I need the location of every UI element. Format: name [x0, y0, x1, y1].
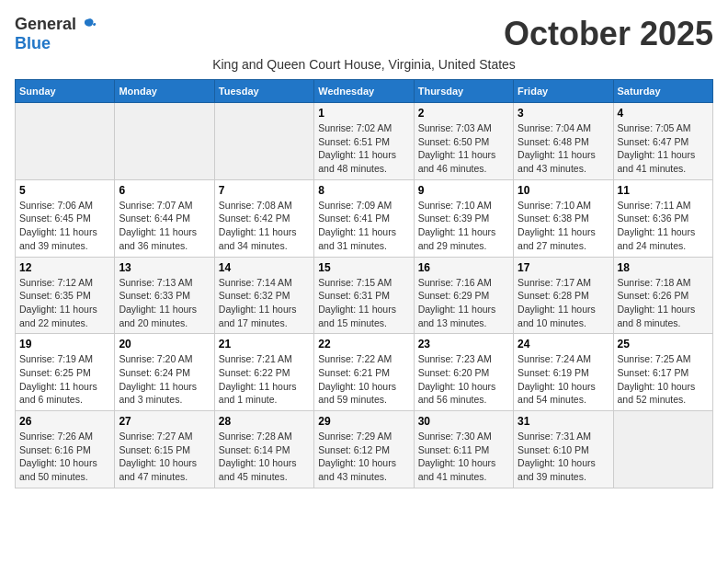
- calendar-cell: 31Sunrise: 7:31 AMSunset: 6:10 PMDayligh…: [514, 411, 613, 488]
- day-info: Sunrise: 7:18 AMSunset: 6:26 PMDaylight:…: [618, 276, 709, 330]
- day-info: Sunrise: 7:20 AMSunset: 6:24 PMDaylight:…: [119, 352, 210, 407]
- month-title: October 2025: [504, 15, 713, 53]
- day-number: 21: [219, 338, 310, 350]
- day-number: 28: [219, 415, 310, 428]
- calendar-cell: 20Sunrise: 7:20 AMSunset: 6:24 PMDayligh…: [115, 334, 214, 411]
- day-number: 30: [418, 415, 509, 428]
- calendar-week-row: 1Sunrise: 7:02 AMSunset: 6:51 PMDaylight…: [16, 103, 713, 180]
- day-number: 17: [518, 261, 609, 274]
- calendar-week-row: 19Sunrise: 7:19 AMSunset: 6:25 PMDayligh…: [16, 334, 713, 411]
- day-info: Sunrise: 7:15 AMSunset: 6:31 PMDaylight:…: [318, 276, 409, 330]
- weekday-header-friday: Friday: [514, 80, 613, 103]
- day-number: 6: [119, 184, 210, 197]
- day-info: Sunrise: 7:07 AMSunset: 6:44 PMDaylight:…: [119, 199, 210, 253]
- day-number: 1: [318, 107, 409, 120]
- calendar-cell: 4Sunrise: 7:05 AMSunset: 6:47 PMDaylight…: [613, 103, 712, 180]
- logo-bird-icon: [78, 16, 97, 34]
- logo-general-text: General: [15, 15, 76, 34]
- weekday-header-thursday: Thursday: [414, 80, 513, 103]
- day-info: Sunrise: 7:05 AMSunset: 6:47 PMDaylight:…: [618, 121, 709, 176]
- calendar-cell: 29Sunrise: 7:29 AMSunset: 6:12 PMDayligh…: [314, 411, 414, 488]
- day-info: Sunrise: 7:27 AMSunset: 6:15 PMDaylight:…: [119, 430, 210, 484]
- calendar-cell: 5Sunrise: 7:06 AMSunset: 6:45 PMDaylight…: [16, 179, 115, 257]
- day-info: Sunrise: 7:31 AMSunset: 6:10 PMDaylight:…: [518, 430, 609, 484]
- day-number: 31: [518, 415, 609, 428]
- calendar-cell: 22Sunrise: 7:22 AMSunset: 6:21 PMDayligh…: [314, 334, 414, 411]
- day-number: 9: [418, 184, 509, 197]
- day-info: Sunrise: 7:25 AMSunset: 6:17 PMDaylight:…: [618, 352, 709, 407]
- day-number: 14: [219, 261, 310, 274]
- day-number: 12: [19, 261, 110, 274]
- calendar-cell: 26Sunrise: 7:26 AMSunset: 6:16 PMDayligh…: [16, 411, 115, 488]
- calendar-cell: 7Sunrise: 7:08 AMSunset: 6:42 PMDaylight…: [214, 179, 313, 257]
- calendar-cell: 24Sunrise: 7:24 AMSunset: 6:19 PMDayligh…: [514, 334, 613, 411]
- day-number: 15: [318, 261, 409, 274]
- day-number: 7: [219, 184, 310, 197]
- day-number: 2: [418, 107, 509, 120]
- calendar-week-row: 5Sunrise: 7:06 AMSunset: 6:45 PMDaylight…: [16, 179, 713, 257]
- weekday-header-sunday: Sunday: [16, 80, 115, 103]
- calendar-cell: [214, 103, 313, 180]
- day-number: 29: [318, 415, 409, 428]
- calendar-cell: [16, 103, 115, 180]
- weekday-header-row: SundayMondayTuesdayWednesdayThursdayFrid…: [16, 80, 713, 103]
- calendar-cell: [613, 411, 712, 488]
- day-info: Sunrise: 7:10 AMSunset: 6:38 PMDaylight:…: [518, 199, 609, 253]
- day-number: 5: [19, 184, 110, 197]
- calendar-cell: 27Sunrise: 7:27 AMSunset: 6:15 PMDayligh…: [115, 411, 214, 488]
- day-info: Sunrise: 7:16 AMSunset: 6:29 PMDaylight:…: [418, 276, 509, 330]
- calendar-cell: 8Sunrise: 7:09 AMSunset: 6:41 PMDaylight…: [314, 179, 414, 257]
- day-number: 24: [518, 338, 609, 350]
- day-info: Sunrise: 7:06 AMSunset: 6:45 PMDaylight:…: [19, 199, 110, 253]
- day-info: Sunrise: 7:26 AMSunset: 6:16 PMDaylight:…: [19, 430, 110, 484]
- weekday-header-wednesday: Wednesday: [314, 80, 414, 103]
- day-number: 3: [518, 107, 609, 120]
- day-number: 23: [418, 338, 509, 350]
- day-info: Sunrise: 7:21 AMSunset: 6:22 PMDaylight:…: [219, 352, 310, 407]
- calendar-cell: 19Sunrise: 7:19 AMSunset: 6:25 PMDayligh…: [16, 334, 115, 411]
- calendar-cell: 3Sunrise: 7:04 AMSunset: 6:48 PMDaylight…: [514, 103, 613, 180]
- calendar-cell: 25Sunrise: 7:25 AMSunset: 6:17 PMDayligh…: [613, 334, 712, 411]
- calendar-subtitle: King and Queen Court House, Virginia, Un…: [15, 57, 713, 72]
- day-number: 25: [618, 338, 709, 350]
- day-number: 4: [618, 107, 709, 120]
- calendar-cell: [115, 103, 214, 180]
- day-number: 8: [318, 184, 409, 197]
- calendar-cell: 6Sunrise: 7:07 AMSunset: 6:44 PMDaylight…: [115, 179, 214, 257]
- calendar-week-row: 12Sunrise: 7:12 AMSunset: 6:35 PMDayligh…: [16, 257, 713, 334]
- day-info: Sunrise: 7:14 AMSunset: 6:32 PMDaylight:…: [219, 276, 310, 330]
- day-info: Sunrise: 7:24 AMSunset: 6:19 PMDaylight:…: [518, 352, 609, 407]
- day-info: Sunrise: 7:09 AMSunset: 6:41 PMDaylight:…: [318, 199, 409, 253]
- weekday-header-tuesday: Tuesday: [214, 80, 313, 103]
- calendar-cell: 21Sunrise: 7:21 AMSunset: 6:22 PMDayligh…: [214, 334, 313, 411]
- day-number: 10: [518, 184, 609, 197]
- day-info: Sunrise: 7:12 AMSunset: 6:35 PMDaylight:…: [19, 276, 110, 330]
- calendar-cell: 9Sunrise: 7:10 AMSunset: 6:39 PMDaylight…: [414, 179, 513, 257]
- calendar-table: SundayMondayTuesdayWednesdayThursdayFrid…: [15, 79, 713, 488]
- day-info: Sunrise: 7:28 AMSunset: 6:14 PMDaylight:…: [219, 430, 310, 484]
- calendar-cell: 1Sunrise: 7:02 AMSunset: 6:51 PMDaylight…: [314, 103, 414, 180]
- calendar-cell: 14Sunrise: 7:14 AMSunset: 6:32 PMDayligh…: [214, 257, 313, 334]
- day-info: Sunrise: 7:08 AMSunset: 6:42 PMDaylight:…: [219, 199, 310, 253]
- day-info: Sunrise: 7:13 AMSunset: 6:33 PMDaylight:…: [119, 276, 210, 330]
- calendar-cell: 15Sunrise: 7:15 AMSunset: 6:31 PMDayligh…: [314, 257, 414, 334]
- day-number: 26: [19, 415, 110, 428]
- day-number: 18: [618, 261, 709, 274]
- day-info: Sunrise: 7:22 AMSunset: 6:21 PMDaylight:…: [318, 352, 409, 407]
- day-number: 20: [119, 338, 210, 350]
- day-info: Sunrise: 7:11 AMSunset: 6:36 PMDaylight:…: [618, 199, 709, 253]
- day-number: 11: [618, 184, 709, 197]
- day-info: Sunrise: 7:23 AMSunset: 6:20 PMDaylight:…: [418, 352, 509, 407]
- day-number: 27: [119, 415, 210, 428]
- calendar-week-row: 26Sunrise: 7:26 AMSunset: 6:16 PMDayligh…: [16, 411, 713, 488]
- day-info: Sunrise: 7:02 AMSunset: 6:51 PMDaylight:…: [318, 121, 409, 176]
- calendar-cell: 16Sunrise: 7:16 AMSunset: 6:29 PMDayligh…: [414, 257, 513, 334]
- calendar-cell: 10Sunrise: 7:10 AMSunset: 6:38 PMDayligh…: [514, 179, 613, 257]
- calendar-cell: 18Sunrise: 7:18 AMSunset: 6:26 PMDayligh…: [613, 257, 712, 334]
- calendar-cell: 17Sunrise: 7:17 AMSunset: 6:28 PMDayligh…: [514, 257, 613, 334]
- day-info: Sunrise: 7:03 AMSunset: 6:50 PMDaylight:…: [418, 121, 509, 176]
- day-info: Sunrise: 7:30 AMSunset: 6:11 PMDaylight:…: [418, 430, 509, 484]
- day-number: 16: [418, 261, 509, 274]
- day-number: 13: [119, 261, 210, 274]
- calendar-cell: 11Sunrise: 7:11 AMSunset: 6:36 PMDayligh…: [613, 179, 712, 257]
